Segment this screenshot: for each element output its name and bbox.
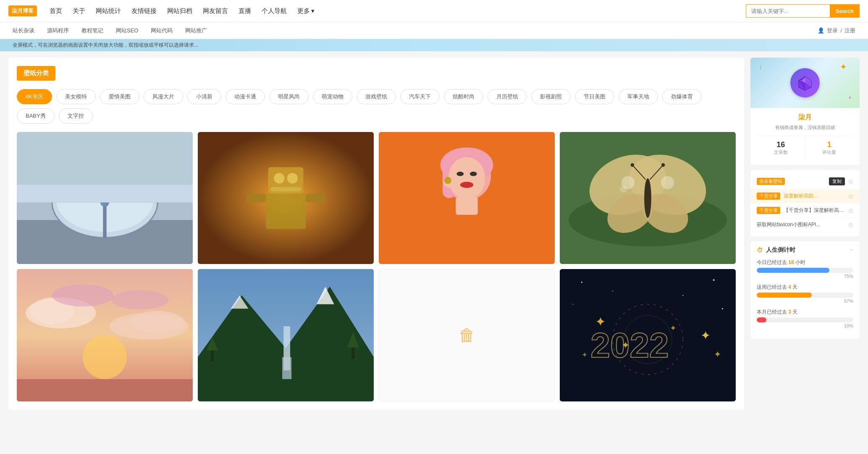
nav-live[interactable]: 直播	[239, 7, 251, 15]
link-text-goods1: 深度解析高防...	[784, 193, 845, 200]
chevron-down-icon: ▾	[311, 7, 315, 15]
image-waterfall[interactable]	[198, 269, 374, 401]
cat-text[interactable]: 文字控	[59, 108, 93, 124]
nav-more[interactable]: 更多 ▾	[297, 7, 315, 15]
left-content: 壁纸分类 4K专区 美女模特 爱情美图 风漫大片 小清新 动漫卡通 明星风尚 萌…	[8, 58, 744, 410]
today-pct: 75%	[757, 274, 853, 279]
nav-tutorials[interactable]: 教程笔记	[81, 27, 103, 34]
profile-motto: 有钱终成眷属，没钱亲眼目睹	[757, 124, 853, 131]
cat-cartoon[interactable]: 动漫卡通	[226, 89, 265, 104]
login-link[interactable]: 登录	[827, 27, 838, 34]
countdown-title: ⏱ 人生倒计时 −	[757, 246, 853, 254]
gem-icon	[797, 74, 813, 91]
month-value: 3	[788, 309, 791, 315]
cat-game[interactable]: 游戏壁纸	[357, 89, 396, 104]
cat-fresh[interactable]: 小清新	[187, 89, 221, 104]
profile-card: ✦ ⫶ ● 柒月 有钱终成眷属，没钱亲眼目睹	[750, 58, 860, 165]
link-tag-wallpaper: 自采集壁纸	[757, 178, 785, 185]
link-text-favicon: 获取网站favicon小图标API...	[757, 221, 845, 228]
category-buttons: 4K专区 美女模特 爱情美图 风漫大片 小清新 动漫卡通 明星风尚 萌宠动物 游…	[17, 89, 736, 124]
svg-rect-27	[456, 197, 477, 215]
cat-baby[interactable]: BABY秀	[17, 108, 55, 124]
nav-promotion[interactable]: 网站推广	[185, 27, 207, 34]
svg-point-37	[661, 176, 674, 189]
register-link[interactable]: 注册	[844, 27, 855, 34]
cat-cars[interactable]: 汽车天下	[400, 89, 440, 104]
cat-holiday[interactable]: 节日美图	[575, 89, 614, 104]
category-title: 壁纸分类	[17, 66, 55, 81]
nav-about[interactable]: 关于	[73, 7, 85, 15]
image-stars[interactable]: ✦ ✦ ✦ ✦ ✦ ✦ 2022	[560, 269, 736, 401]
nav-source-code[interactable]: 源码程序	[47, 27, 69, 34]
cat-love[interactable]: 爱情美图	[100, 89, 139, 104]
nav-friends[interactable]: 友情链接	[131, 7, 157, 15]
countdown-icon: ⏱	[757, 247, 763, 253]
search-input[interactable]	[746, 4, 830, 18]
cat-animation[interactable]: 风漫大片	[144, 89, 183, 104]
link-icon-favicon: ⊙	[848, 222, 853, 228]
nav-home[interactable]: 首页	[50, 7, 62, 15]
sidebar-link-favicon[interactable]: 获取网站favicon小图标API... ⊙	[750, 218, 860, 232]
profile-name: 柒月	[757, 113, 853, 122]
cat-4k[interactable]: 4K专区	[17, 89, 52, 104]
site-logo[interactable]: 柒月博客	[8, 5, 37, 16]
svg-rect-17	[246, 194, 266, 203]
auth-area[interactable]: 👤 登录 / 注册	[818, 27, 855, 34]
week-progress-fill	[757, 293, 812, 298]
nav-blog-talk[interactable]: 站长杂谈	[13, 27, 34, 34]
cat-military[interactable]: 军事天地	[619, 89, 658, 104]
cat-movies[interactable]: 影视剧照	[531, 89, 571, 104]
nav-stats[interactable]: 网站统计	[96, 7, 121, 15]
svg-point-66	[612, 291, 613, 292]
link-icon-goods2: ⊙	[848, 207, 853, 214]
svg-point-24	[456, 172, 464, 176]
deco-lines: ⫶	[759, 64, 762, 71]
svg-rect-16	[270, 187, 301, 191]
today-label: 今日已经过去 18 小时	[757, 259, 853, 266]
search-button[interactable]: Search	[830, 4, 860, 18]
copy-popup[interactable]: 复制	[829, 177, 845, 185]
nav-messages[interactable]: 网友留言	[203, 7, 228, 15]
cat-beauty[interactable]: 美女模特	[56, 89, 96, 104]
svg-point-38	[620, 186, 627, 193]
cat-pets[interactable]: 萌宠动物	[313, 89, 352, 104]
image-robot[interactable]	[198, 132, 374, 264]
second-navigation: 站长杂谈 源码程序 教程笔记 网站SEO 网站代码 网站推广 👤 登录 / 注册	[0, 22, 868, 39]
nav-website-code[interactable]: 网站代码	[151, 27, 173, 34]
cat-calendar[interactable]: 月历壁纸	[488, 89, 527, 104]
image-satellite[interactable]	[17, 132, 193, 264]
user-icon: 👤	[818, 27, 824, 34]
image-woman[interactable]	[379, 132, 555, 264]
today-progress-bar	[757, 268, 853, 273]
month-label: 本月已经过去 3 天	[757, 309, 853, 316]
cat-sports[interactable]: 劲爆体育	[662, 89, 702, 104]
deco-star: ✦	[840, 62, 847, 72]
image-placeholder[interactable]: 🗑	[379, 269, 555, 401]
avatar	[790, 68, 820, 98]
svg-point-39	[644, 178, 651, 218]
top-navigation: 柒月博客 首页 关于 网站统计 友情链接 网站归档 网友留言 直播 个人导航 更…	[0, 0, 868, 22]
ticker-bar: 全屏模式，可在浏览器的画面设置中关闭放大功能，双指缩放或平移可以选择请求...	[0, 39, 868, 51]
link-tag-goods2: 千货分享	[757, 207, 780, 214]
cat-celebrity[interactable]: 明星风尚	[269, 89, 309, 104]
nav-seo[interactable]: 网站SEO	[116, 27, 138, 34]
countdown-week: 这周已经过去 4 天 57%	[757, 284, 853, 304]
svg-point-70	[722, 308, 723, 309]
sidebar-link-wallpaper[interactable]: 自采集壁纸 复制 ⊙	[750, 174, 860, 189]
image-butterfly[interactable]	[560, 132, 736, 264]
link-icon-goods1: ⊙	[848, 193, 853, 200]
sidebar-link-goods1[interactable]: 千货分享 深度解析高防... ⊙	[750, 189, 860, 203]
nav-archive[interactable]: 网站归档	[167, 7, 192, 15]
main-nav: 首页 关于 网站统计 友情链接 网站归档 网友留言 直播 个人导航 更多 ▾	[50, 7, 733, 15]
image-clouds[interactable]	[17, 269, 193, 401]
empty-icon: 🗑	[459, 326, 475, 345]
svg-rect-59	[282, 357, 291, 379]
sidebar-link-goods2[interactable]: 千货分享 【千货分享】深度解析高防网... ⊙	[750, 203, 860, 218]
week-progress-bar	[757, 293, 853, 298]
countdown-month: 本月已经过去 3 天 10%	[757, 309, 853, 328]
cat-cool[interactable]: 炫酷时尚	[444, 89, 483, 104]
svg-point-65	[581, 282, 582, 283]
svg-point-69	[572, 304, 573, 305]
nav-personal[interactable]: 个人导航	[262, 7, 287, 15]
search-area: Search	[746, 4, 860, 18]
